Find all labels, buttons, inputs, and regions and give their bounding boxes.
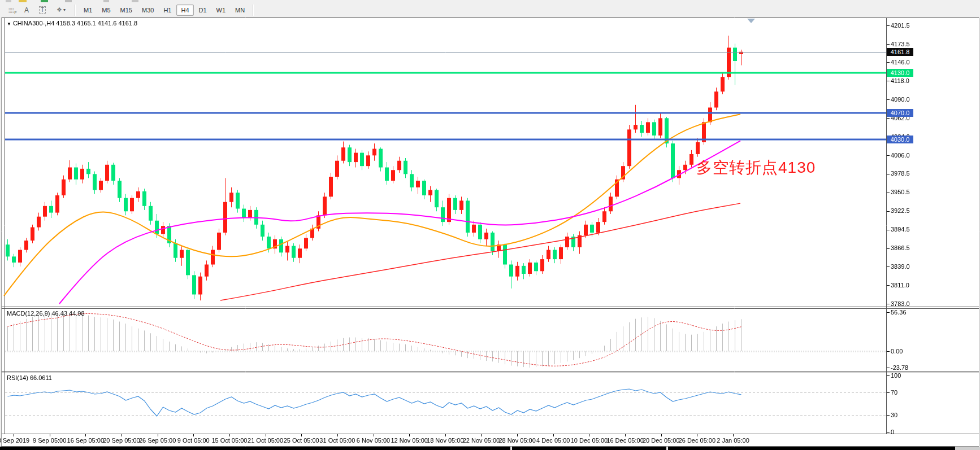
text-tool-button[interactable]: T [35, 4, 50, 16]
timeframe-m5[interactable]: M5 [97, 5, 115, 16]
chart-canvas[interactable] [0, 0, 980, 450]
timeframe-h4-active[interactable]: H4 [176, 5, 193, 16]
trading-platform-window: ⣿⣿F A T ❖ ▾ M1 M5 M15 M30 H1 H4 D1 W1 MN… [0, 0, 980, 450]
timeframe-w1[interactable]: W1 [212, 5, 231, 16]
chart-shift-marker[interactable] [747, 19, 755, 23]
rsi-indicator-label: RSI(14) 66.0611 [7, 374, 52, 381]
partial-icon [132, 0, 138, 2]
current-price-badge: 4161.8 [887, 48, 913, 56]
timeframe-d1[interactable]: D1 [194, 5, 211, 16]
partial-icon-yellow [19, 0, 27, 2]
macd-indicator-label: MACD(12,26,9) 46.43 44.98 [7, 310, 85, 317]
blue-level-badge-4070: 4070.0 [887, 109, 913, 117]
timeframe-h1[interactable]: H1 [159, 5, 176, 16]
chart-toolbar: ⣿⣿F A T ❖ ▾ M1 M5 M15 M30 H1 H4 D1 W1 MN [0, 3, 980, 17]
drawing-tools-group: ⣿⣿F A T ❖ ▾ [0, 4, 71, 16]
green-level-badge: 4130.0 [887, 69, 913, 77]
partial-icon [6, 0, 11, 2]
blue-level-badge-4030: 4030.0 [887, 136, 913, 143]
timeframe-m15[interactable]: M15 [116, 5, 137, 16]
crosshair-grid-icon[interactable]: ⣿⣿F [3, 4, 18, 16]
toolbar-separator [75, 5, 76, 16]
annotation-text: 多空转折点4130 [696, 157, 816, 178]
toolbar-separator [253, 5, 254, 16]
shapes-tool-button[interactable]: ❖ ▾ [51, 4, 71, 16]
timeframe-m30[interactable]: M30 [137, 5, 158, 16]
partial-icon [103, 0, 109, 2]
taskbar-separator [510, 447, 512, 450]
taskbar-light-segment [955, 447, 980, 450]
timeframe-group: M1 M5 M15 M30 H1 H4 D1 W1 MN [79, 5, 249, 16]
symbol-dropdown-icon[interactable]: ▼ [7, 21, 11, 27]
partial-icon-green [41, 0, 48, 2]
taskbar-sliver [0, 447, 980, 450]
chart-symbol-title[interactable]: ▼CHINA300-,H4 4158.3 4165.1 4141.6 4161.… [7, 20, 137, 27]
timeframe-m1[interactable]: M1 [79, 5, 97, 16]
arrow-tool-button[interactable]: A [19, 4, 34, 16]
taskbar-separator [666, 447, 668, 450]
chevron-down-icon: ▾ [63, 7, 66, 12]
shapes-icon: ❖ [57, 6, 62, 14]
symbol-ohlc-text: CHINA300-,H4 4158.3 4165.1 4141.6 4161.8 [13, 20, 137, 27]
partial-icon [65, 0, 72, 2]
timeframe-mn[interactable]: MN [231, 5, 249, 16]
